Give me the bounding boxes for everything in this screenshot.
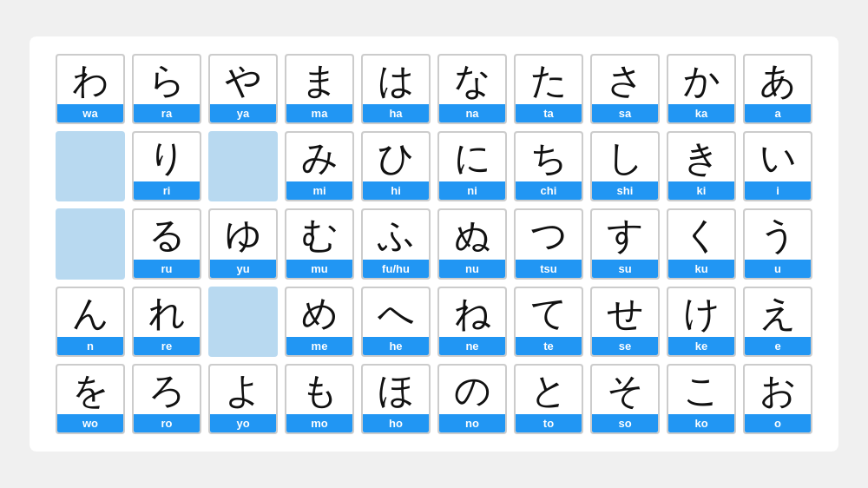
cell-ki[interactable]: きki — [667, 131, 736, 201]
cell-ra[interactable]: らra — [132, 54, 201, 124]
cell-ta[interactable]: たta — [514, 54, 583, 124]
kana-character: あ — [760, 56, 797, 102]
cell-ke[interactable]: けke — [667, 287, 736, 357]
row-3: んnれreめmeへheねneてteせseけkeえe — [56, 287, 812, 357]
cell-wa[interactable]: わwa — [56, 54, 125, 124]
cell-ya[interactable]: やya — [208, 54, 278, 124]
kana-character: へ — [378, 288, 415, 335]
cell-se[interactable]: せse — [590, 287, 660, 357]
row-2: るruゆyuむmuふfu/huぬnuつtsuすsuくkuうu — [56, 208, 812, 279]
kana-character: ふ — [378, 210, 415, 257]
cell-he[interactable]: へhe — [361, 287, 431, 357]
cell-ro[interactable]: ろro — [132, 364, 201, 434]
cell-nu[interactable]: ぬnu — [437, 208, 507, 279]
cell-i[interactable]: いi — [743, 131, 812, 201]
kana-character: た — [530, 56, 568, 102]
kana-character: ひ — [378, 133, 415, 180]
romaji-label: ka — [668, 104, 734, 122]
cell-o[interactable]: おo — [743, 364, 812, 434]
kana-character: よ — [225, 366, 262, 412]
romaji-label: wo — [57, 414, 123, 432]
cell-no[interactable]: のno — [437, 364, 507, 434]
cell-mu[interactable]: むmu — [285, 208, 354, 279]
cell-na[interactable]: なna — [437, 54, 507, 124]
romaji-label: o — [745, 414, 811, 432]
romaji-label: ni — [439, 181, 505, 200]
empty-cell[interactable] — [56, 208, 125, 279]
romaji-label: fu/hu — [363, 260, 429, 278]
kana-character: り — [148, 133, 186, 180]
kana-character: み — [301, 133, 339, 180]
romaji-label: ki — [668, 181, 734, 200]
kana-character: さ — [607, 56, 644, 102]
romaji-label: i — [745, 181, 811, 200]
cell-wo[interactable]: をwo — [56, 364, 125, 434]
cell-u[interactable]: うu — [743, 208, 812, 279]
romaji-label: hi — [363, 181, 429, 200]
kana-character: の — [454, 366, 491, 412]
romaji-label: wa — [57, 104, 123, 122]
romaji-label: tsu — [516, 260, 582, 278]
kana-character: こ — [683, 366, 720, 412]
cell-n[interactable]: んn — [56, 287, 125, 357]
kana-character: む — [301, 210, 339, 257]
romaji-label: me — [286, 337, 352, 355]
romaji-label: ra — [134, 104, 200, 122]
cell-re[interactable]: れre — [132, 287, 201, 357]
kana-character: ち — [530, 133, 568, 180]
romaji-label: a — [745, 104, 811, 122]
kana-character: え — [760, 288, 797, 335]
cell-chi[interactable]: ちchi — [514, 131, 583, 201]
romaji-label: nu — [439, 260, 505, 278]
kana-character: る — [148, 210, 186, 257]
cell-ha[interactable]: はha — [361, 54, 431, 124]
cell-ho[interactable]: ほho — [361, 364, 431, 434]
cell-ku[interactable]: くku — [667, 208, 736, 279]
romaji-label: ke — [668, 337, 734, 355]
cell-ri[interactable]: りri — [132, 131, 201, 201]
cell-ru[interactable]: るru — [132, 208, 201, 279]
romaji-label: mu — [286, 260, 352, 278]
kana-character: を — [72, 366, 109, 412]
cell-ko[interactable]: こko — [667, 364, 736, 434]
romaji-label: n — [57, 337, 123, 355]
kana-character: ぬ — [454, 210, 491, 257]
empty-cell[interactable] — [208, 287, 278, 357]
cell-me[interactable]: めme — [285, 287, 354, 357]
romaji-label: shi — [592, 181, 658, 200]
romaji-label: ya — [210, 104, 276, 122]
kana-character: わ — [72, 56, 109, 102]
cell-ma[interactable]: まma — [285, 54, 354, 124]
cell-su[interactable]: すsu — [590, 208, 660, 279]
cell-ni[interactable]: にni — [437, 131, 507, 201]
cell-sa[interactable]: さsa — [590, 54, 660, 124]
romaji-label: yu — [210, 260, 276, 278]
cell-a[interactable]: あa — [743, 54, 812, 124]
cell-to[interactable]: とto — [514, 364, 583, 434]
cell-ka[interactable]: かka — [667, 54, 736, 124]
empty-cell[interactable] — [56, 131, 125, 201]
romaji-label: ri — [134, 181, 200, 200]
cell-shi[interactable]: しshi — [590, 131, 660, 201]
romaji-label: mo — [286, 414, 352, 432]
cell-yo[interactable]: よyo — [208, 364, 278, 434]
cell-yu[interactable]: ゆyu — [208, 208, 278, 279]
cell-e[interactable]: えe — [743, 287, 812, 357]
romaji-label: mi — [286, 181, 352, 200]
kana-character: て — [530, 288, 568, 335]
empty-cell[interactable] — [208, 131, 278, 201]
cell-ne[interactable]: ねne — [437, 287, 507, 357]
cell-te[interactable]: てte — [514, 287, 583, 357]
row-0: わwaらraやyaまmaはhaなnaたtaさsaかkaあa — [56, 54, 812, 124]
kana-character: は — [378, 56, 415, 102]
kana-character: に — [454, 133, 491, 180]
cell-mi[interactable]: みmi — [285, 131, 354, 201]
cell-hi[interactable]: ひhi — [361, 131, 431, 201]
cell-so[interactable]: そso — [590, 364, 660, 434]
romaji-label: su — [592, 260, 658, 278]
cell-fu/hu[interactable]: ふfu/hu — [361, 208, 431, 279]
kana-character: お — [760, 366, 797, 412]
cell-tsu[interactable]: つtsu — [514, 208, 583, 279]
cell-mo[interactable]: もmo — [285, 364, 354, 434]
kana-character: つ — [530, 210, 568, 257]
